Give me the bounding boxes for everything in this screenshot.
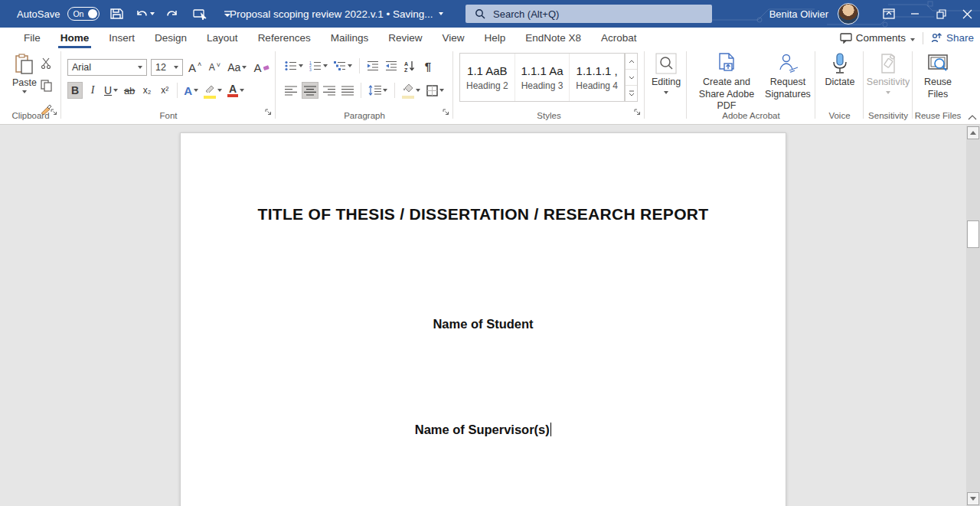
align-right-button[interactable] [322, 82, 337, 99]
styles-dialog-launcher[interactable] [633, 106, 642, 119]
tab-design[interactable]: Design [145, 28, 197, 48]
editing-label: Editing [652, 77, 681, 89]
bullets-button[interactable] [283, 57, 305, 74]
ribbon-display-options-button[interactable] [876, 0, 902, 28]
numbering-button[interactable]: 123 [308, 57, 329, 74]
close-button[interactable] [954, 0, 980, 28]
tab-review[interactable]: Review [378, 28, 432, 48]
increase-indent-button[interactable] [384, 57, 399, 74]
save-button[interactable] [107, 3, 127, 24]
sort-button[interactable]: AZ [402, 57, 417, 74]
editing-button[interactable]: Editing [651, 53, 681, 94]
dictate-button[interactable]: Dictate [822, 53, 858, 89]
ribbon-tabs: File Home Insert Design Layout Reference… [0, 28, 647, 48]
decrease-indent-button[interactable] [365, 57, 381, 74]
underline-chevron [113, 89, 118, 92]
scrollbar-thumb[interactable] [967, 220, 979, 248]
undo-button[interactable] [135, 3, 155, 24]
request-signatures-button[interactable]: Request Signatures [763, 53, 812, 100]
style-heading4[interactable]: 1.1.1.1 , Heading 4 [570, 54, 624, 101]
copy-button[interactable] [38, 77, 54, 94]
clipboard-dialog-launcher[interactable] [50, 106, 58, 119]
share-button[interactable]: Share [931, 32, 974, 44]
styles-scroll-down-button[interactable] [626, 70, 637, 86]
style-preview: 1.1 AaB [467, 64, 508, 77]
font-dialog-launcher[interactable] [264, 106, 273, 119]
reuse-files-button[interactable]: Reuse Files [919, 53, 957, 100]
text-effects-button[interactable]: A [182, 82, 200, 99]
sensitivity-button[interactable]: Sensitivity [867, 53, 910, 94]
align-left-button[interactable] [283, 82, 299, 99]
scroll-down-button[interactable] [967, 492, 979, 505]
comments-dropdown-button[interactable] [910, 32, 915, 44]
student-name-text[interactable]: Name of Student [181, 317, 786, 331]
document-page[interactable]: TITLE OF THESIS / DISSERTATION / RESEARC… [180, 132, 786, 506]
font-color-button[interactable]: A [226, 82, 246, 99]
bold-button[interactable]: B [67, 82, 83, 99]
style-heading2[interactable]: 1.1 AaB Heading 2 [460, 54, 515, 101]
comments-button[interactable]: Comments [840, 32, 906, 44]
line-spacing-button[interactable] [367, 82, 389, 99]
paste-icon [15, 54, 34, 75]
minimize-button[interactable] [902, 0, 928, 28]
multilevel-list-chevron [348, 64, 352, 67]
collapse-ribbon-button[interactable] [968, 109, 977, 123]
shading-chevron [416, 89, 420, 92]
chevron-up-icon [968, 115, 977, 120]
document-title[interactable]: Proposal scoping review 2022.v.1 • Savin… [230, 0, 443, 28]
font-size-select[interactable]: 12 [151, 59, 183, 76]
shading-button[interactable] [400, 82, 422, 99]
vertical-scrollbar[interactable] [966, 126, 980, 506]
multilevel-list-button[interactable] [332, 57, 354, 74]
paragraph-group: 123 AZ ¶ [276, 48, 453, 122]
styles-scroll-up-button[interactable] [626, 54, 637, 70]
strikethrough-button[interactable]: ab [122, 82, 137, 99]
autosave-toggle[interactable]: On [67, 7, 100, 21]
touch-mode-button[interactable] [190, 3, 210, 24]
borders-button[interactable] [425, 82, 446, 99]
create-share-pdf-button[interactable]: Create and Share Adobe PDF [691, 53, 762, 113]
tab-file[interactable]: File [14, 28, 51, 48]
avatar[interactable] [838, 3, 859, 24]
tab-home[interactable]: Home [51, 28, 100, 48]
paragraph-dialog-launcher[interactable] [442, 106, 450, 119]
show-hide-pilcrow-button[interactable]: ¶ [420, 57, 436, 74]
user-name[interactable]: Benita Olivier [769, 8, 828, 20]
tab-references[interactable]: References [248, 28, 321, 48]
scroll-up-button[interactable] [967, 126, 979, 139]
cut-button[interactable] [38, 54, 54, 71]
restore-button[interactable] [928, 0, 954, 28]
tab-endnote[interactable]: EndNote X8 [515, 28, 591, 48]
reuse-files-group-label: Reuse Files [913, 111, 963, 120]
sort-icon: AZ [403, 60, 416, 72]
supervisor-name-text[interactable]: Name of Supervisor(s) [181, 423, 786, 437]
tab-layout[interactable]: Layout [197, 28, 248, 48]
redo-button[interactable] [162, 3, 182, 24]
subscript-button[interactable]: x₂ [139, 82, 155, 99]
superscript-button[interactable]: x² [157, 82, 172, 99]
font-group-label: Font [61, 111, 276, 120]
cut-icon [41, 57, 51, 69]
thesis-title-text[interactable]: TITLE OF THESIS / DISSERTATION / RESEARC… [181, 205, 786, 224]
bullets-chevron [299, 64, 303, 67]
paste-button[interactable]: Paste [9, 54, 40, 93]
tab-acrobat[interactable]: Acrobat [591, 28, 647, 48]
justify-button[interactable] [340, 82, 355, 99]
tab-view[interactable]: View [432, 28, 474, 48]
search-box[interactable]: Search (Alt+Q) [466, 5, 712, 23]
style-heading3[interactable]: 1.1.1 Aa Heading 3 [515, 54, 570, 101]
align-center-button[interactable] [302, 82, 318, 99]
grow-font-button[interactable]: A˄ [187, 59, 203, 76]
styles-more-button[interactable] [626, 86, 637, 101]
tab-help[interactable]: Help [475, 28, 516, 48]
underline-button[interactable]: U [103, 82, 119, 99]
italic-button[interactable]: I [85, 82, 100, 99]
highlight-button[interactable] [202, 82, 224, 99]
change-case-button[interactable]: Aa [226, 59, 248, 76]
font-name-select[interactable]: Arial [67, 59, 147, 76]
clear-formatting-button[interactable]: A [252, 59, 272, 76]
document-canvas[interactable]: TITLE OF THESIS / DISSERTATION / RESEARC… [0, 126, 966, 506]
tab-insert[interactable]: Insert [99, 28, 145, 48]
shrink-font-button[interactable]: A˅ [207, 59, 222, 76]
tab-mailings[interactable]: Mailings [321, 28, 379, 48]
